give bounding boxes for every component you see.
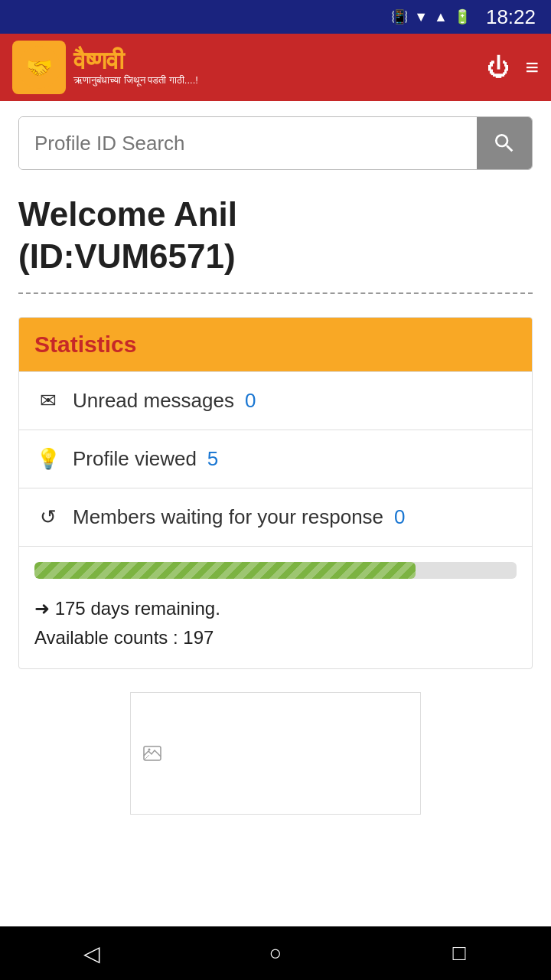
logo-icon: 🤝 <box>16 44 62 90</box>
battery-icon: 🔋 <box>454 8 471 25</box>
envelope-icon: ✉ <box>34 389 62 413</box>
welcome-line1: Welcome Anil <box>18 195 237 233</box>
search-input[interactable] <box>19 117 477 169</box>
lightbulb-icon: 💡 <box>34 447 62 471</box>
status-icons: 📳 ▼ ▲ 🔋 <box>391 8 471 25</box>
power-button[interactable]: ⏻ <box>487 56 510 79</box>
refresh-icon: ↺ <box>34 505 62 529</box>
svg-text:🤝: 🤝 <box>26 55 53 80</box>
svg-point-3 <box>148 748 151 750</box>
menu-button[interactable]: ≡ <box>525 56 539 79</box>
home-button[interactable]: ○ <box>249 934 302 972</box>
wifi-icon: ▼ <box>414 9 428 25</box>
members-waiting-label: Members waiting for your response <box>73 505 383 529</box>
members-waiting-count: 0 <box>394 505 405 529</box>
signal-icon: ▲ <box>434 9 448 25</box>
unread-label: Unread messages <box>73 389 234 413</box>
search-icon <box>492 131 517 155</box>
app-bar: 🤝 वैष्णवी ऋणानुबंधाच्या जिथून पडती गाठी.… <box>0 34 551 101</box>
app-logo: 🤝 वैष्णवी ऋणानुबंधाच्या जिथून पडती गाठी.… <box>12 41 198 94</box>
status-bar: 📳 ▼ ▲ 🔋 18:22 <box>0 0 551 34</box>
logo-subtitle: ऋणानुबंधाच्या जिथून पडती गाठी....! <box>73 74 198 87</box>
welcome-line2: (ID:VUM6571) <box>18 237 236 275</box>
logo-title: वैष्णवी <box>73 48 198 73</box>
status-time: 18:22 <box>486 5 536 29</box>
recents-button[interactable]: □ <box>432 934 486 972</box>
app-bar-actions: ⏻ ≡ <box>487 56 539 79</box>
statistics-header: Statistics <box>19 318 532 371</box>
statistics-title: Statistics <box>34 332 136 357</box>
svg-line-4 <box>144 755 149 760</box>
days-remaining-text: ➜ 175 days remaining. Available counts :… <box>34 594 517 653</box>
divider <box>18 292 533 294</box>
progress-bar-background <box>34 562 517 579</box>
banner-image-area <box>130 692 421 815</box>
progress-row: ➜ 175 days remaining. Available counts :… <box>19 546 532 668</box>
unread-messages-row[interactable]: ✉ Unread messages 0 <box>19 371 532 430</box>
search-bar <box>18 116 533 170</box>
unread-count: 0 <box>245 389 256 413</box>
members-waiting-row[interactable]: ↺ Members waiting for your response 0 <box>19 488 532 546</box>
back-button[interactable]: ◁ <box>65 934 119 972</box>
bottom-nav: ◁ ○ □ <box>0 926 551 980</box>
search-button[interactable] <box>477 117 532 169</box>
profile-viewed-row[interactable]: 💡 Profile viewed 5 <box>19 430 532 488</box>
main-content: Welcome Anil (ID:VUM6571) Statistics ✉ U… <box>0 101 551 926</box>
broken-image-icon <box>139 742 166 765</box>
welcome-message: Welcome Anil (ID:VUM6571) <box>18 193 533 277</box>
arrow-right-icon: ➜ <box>34 598 55 619</box>
logo-text-block: वैष्णवी ऋणानुबंधाच्या जिथून पडती गाठी...… <box>73 48 198 87</box>
vibrate-icon: 📳 <box>391 8 408 25</box>
statistics-card: Statistics ✉ Unread messages 0 💡 Profile… <box>18 317 533 669</box>
logo-image: 🤝 <box>12 41 66 94</box>
profile-viewed-count: 5 <box>207 447 218 471</box>
profile-viewed-label: Profile viewed <box>73 447 197 471</box>
progress-bar-fill <box>34 562 416 579</box>
